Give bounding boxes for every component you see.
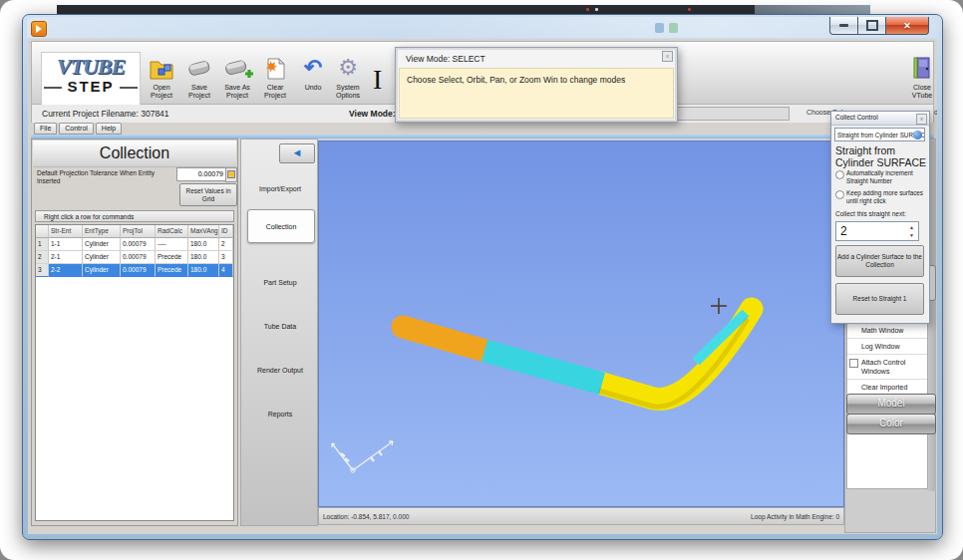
minimize-icon [839, 24, 848, 27]
mode-hint-right: des [934, 109, 937, 116]
app-icon [31, 21, 47, 37]
menu-item-label: Attach Control Windows [861, 359, 905, 375]
maximize-icon [866, 20, 878, 31]
nav-collection-active[interactable]: Collection [247, 209, 315, 243]
menu-help[interactable]: Help [96, 123, 122, 135]
undo-arrow-icon: ↶ [294, 54, 332, 84]
tube-model [319, 141, 844, 507]
system-options-button[interactable]: ⚙ System Options [329, 54, 367, 108]
menu-file[interactable]: File [34, 123, 57, 135]
tube-segment-cyan[interactable] [484, 351, 602, 384]
window-titlebar[interactable]: ✕ [27, 17, 938, 38]
client-area: VTUBE STEP Open Project Save Project [28, 39, 937, 534]
viewport-statusbar: Location: -0.854, 5.817, 0.000 Loop Acti… [318, 507, 844, 525]
crosshair-cursor [711, 298, 727, 314]
color-button[interactable]: Color [846, 414, 936, 434]
cell: Precede [156, 264, 188, 277]
grid-picker-icon[interactable] [225, 167, 237, 182]
add-cylinder-surface-button[interactable]: Add a Cylinder Surface to the Collection [835, 245, 924, 277]
table-row[interactable]: 1 1-1 Cylinder 0.00079 ---- 180.0 2 [36, 238, 233, 251]
tube-segment-yellow-bend[interactable] [599, 309, 752, 399]
collection-grid[interactable]: Str-Ent EntType ProjTol RadCalc MaxVAng … [35, 224, 234, 521]
axis-triad [332, 441, 393, 472]
cell: 3 [219, 251, 233, 264]
collect-control-title[interactable]: Collect Control [831, 112, 929, 126]
tube-segment-orange[interactable] [403, 327, 488, 352]
tolerance-input[interactable]: 0.00079 [176, 167, 226, 181]
clear-project-button[interactable]: Clear Project [256, 54, 294, 108]
top-video-strip [57, 5, 870, 14]
option-auto-increment[interactable]: Automatically increment Straight Number [835, 169, 925, 184]
cell: 1 [36, 238, 49, 251]
col-id: ID [219, 225, 233, 238]
caption-buttons: ✕ [829, 17, 929, 35]
menu-log-window[interactable]: Log Window [847, 339, 927, 355]
model-button[interactable]: Model [846, 394, 936, 415]
dropdown-value: Straight from Cylinder SURFACE [837, 132, 925, 139]
open-folder-icon [143, 54, 180, 84]
nav-render-output[interactable]: Render Output [241, 367, 319, 374]
menu-control[interactable]: Control [59, 123, 94, 135]
popup-close-icon[interactable]: x [662, 51, 673, 62]
spinner-value: 2 [840, 224, 847, 238]
view-mode-popup: View Mode: SELECT x Choose Select, Orbit… [395, 47, 678, 123]
viewport-3d[interactable] [318, 140, 844, 507]
close-vtube-button[interactable]: Close VTube [902, 54, 937, 110]
open-project-button[interactable]: Open Project [143, 54, 180, 108]
cell: 2-2 [49, 264, 83, 277]
video-speck [595, 8, 598, 11]
table-row-selected[interactable]: 3 2-2 Cylinder 0.00079 Precede 180.0 4 [36, 264, 233, 277]
cell: 0.00079 [121, 238, 156, 251]
nav-label: Collection [266, 223, 297, 230]
toolbar-button-label: Save Project [180, 84, 218, 100]
collect-mode-dropdown[interactable]: Straight from Cylinder SURFACE [834, 128, 925, 141]
cell: 180.0 [188, 264, 219, 277]
toolbar-button-label: System Options [329, 84, 367, 100]
option-keep-adding[interactable]: Keep adding more surfaces until right cl… [835, 189, 925, 204]
toolbar-button-label: Save As Project [218, 84, 256, 100]
collapse-arrow-button[interactable]: ◄ [279, 143, 315, 163]
collect-control-close-icon[interactable]: x [916, 114, 927, 125]
menu-attach-control-windows[interactable]: Attach Control Windows [847, 355, 927, 380]
cell: 0.00079 [121, 251, 156, 264]
cell: 2 [219, 238, 233, 251]
close-button[interactable]: ✕ [885, 17, 929, 35]
minimize-button[interactable] [829, 17, 858, 35]
heading-line1: Straight from [835, 144, 926, 156]
spinner-arrows[interactable]: ▲ ▼ [907, 223, 916, 239]
save-as-icon [218, 54, 256, 84]
collection-panel-title: Collection [33, 140, 236, 167]
spin-up-icon[interactable]: ▲ [909, 224, 914, 230]
spin-down-icon[interactable]: ▼ [909, 232, 914, 238]
radio-icon[interactable] [835, 190, 844, 199]
save-icon [180, 54, 218, 84]
menu-bar: File Control Help [34, 123, 122, 135]
popup-title: View Mode: SELECT [406, 54, 485, 64]
popup-message: Choose Select, Orbit, Pan, or Zoom Win t… [399, 68, 674, 119]
collect-control-window: Collect Control x Straight from Cylinder… [830, 111, 930, 324]
reset-values-button[interactable]: Reset Values in Grid [179, 183, 237, 206]
save-project-button[interactable]: Save Project [180, 54, 218, 108]
table-row[interactable]: 2 2-1 Cylinder 0.00079 Precede 180.0 3 [36, 251, 233, 264]
grid-hint-button[interactable]: Right click a row for commands [35, 210, 234, 222]
toolbar-button-label: Clear Project [256, 84, 294, 100]
toolbar-button-label: Open Project [143, 84, 180, 100]
straight-number-spinner[interactable]: 2 ▲ ▼ [835, 221, 919, 241]
undo-button[interactable]: ↶ Undo [294, 54, 332, 108]
close-icon: ✕ [903, 21, 911, 31]
nav-part-setup[interactable]: Part Setup [241, 279, 319, 286]
nav-tube-data[interactable]: Tube Data [241, 323, 319, 330]
maximize-button[interactable] [858, 17, 885, 35]
cell: ---- [156, 238, 188, 251]
logo-line1: VTUBE [42, 55, 140, 79]
reset-to-straight-button[interactable]: Reset to Straight 1 [835, 283, 924, 315]
radio-icon[interactable] [835, 170, 844, 179]
save-as-project-button[interactable]: Save As Project [218, 54, 256, 108]
location-status: Location: -0.854, 5.817, 0.000 [323, 513, 409, 520]
nav-import-export[interactable]: Import/Export [241, 185, 319, 192]
option-label: Automatically increment Straight Number [846, 169, 913, 184]
cell: 180.0 [188, 238, 219, 251]
menu-math-window[interactable]: Math Window [847, 323, 927, 339]
nav-reports[interactable]: Reports [241, 411, 319, 418]
checkbox-icon[interactable] [849, 359, 858, 368]
